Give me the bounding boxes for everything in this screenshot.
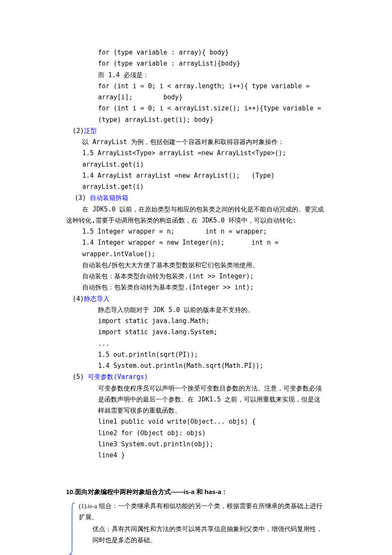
code-line: line2 for (Object obj: objs): [66, 428, 326, 439]
text-line: 自动装包/拆包大大方便了基本类型数据和它们包装类地使用。: [66, 260, 326, 271]
keyword-generics: 泛型: [84, 127, 97, 135]
text-line: 自动拆包：包装类自动转为基本类型.(Integer >> int);: [66, 282, 326, 293]
braced-section: (1).is-a 组合：一个类继承具有相似功能的另一个类，根据需要在所继承的类基…: [66, 500, 326, 546]
section-heading-static-import: (4)静态导入: [66, 293, 326, 304]
code-line: line1 public void write(Object... objs) …: [66, 416, 326, 427]
text-paragraph: 可变参数使程序员可以声明一个接受可变数目参数的方法。注意，可变参数必须是函数声明…: [66, 383, 326, 416]
text-paragraph: 优点：具有共同属性和方法的类可以将共享信息抽象到父类中，增强代码复用性，同时也是…: [79, 523, 326, 546]
heading-10: 10.面向对象编程中两种对象组合方式——is-a 和 has-a：: [66, 486, 326, 497]
text-line: 静态导入功能对于 JDK 5.0 以前的版本是不支持的。: [66, 304, 326, 315]
code-line: import static java.lang.Math;: [66, 315, 326, 327]
code-line: for (int i = 0; i < arrayList.size(); i+…: [66, 103, 326, 125]
code-line: 1.4 System.out.println(Math.sqrt(Math.PI…: [66, 360, 326, 371]
text-line: 而 1.4 必须是：: [66, 69, 326, 81]
keyword-static-import: 静态导入: [84, 295, 110, 303]
code-line: 1.4 Integer wrapper = new Integer(n); in…: [66, 237, 326, 260]
code-line: line4 }: [66, 450, 326, 461]
curly-brace-icon: [69, 502, 75, 555]
code-line: line3 System.out.println(obj);: [66, 439, 326, 450]
section-heading-autoboxing: (3) 自动装箱拆箱: [66, 192, 326, 203]
code-line: for (type variable : array){ body}: [66, 47, 326, 58]
text-paragraph: 在 JDK5.0 以前，在原始类型与相应的包装类之间的转化是不能自动完成的。要完…: [66, 204, 326, 226]
text-line: 以 ArrayList 为例，包括创建一个容器对象和取得容器内对象操作：: [66, 136, 326, 147]
code-line: for (int i = 0; i < array.length; i++){ …: [66, 81, 326, 103]
page: for (type variable : array){ body} for (…: [0, 0, 392, 555]
section-heading-varargs: (5) 可变参数(Varargs): [66, 371, 326, 382]
keyword-autoboxing: 自动装箱拆箱: [90, 194, 128, 202]
code-line: ...: [66, 338, 326, 349]
code-line: 1.5 ArrayList<Type> arrayList =new Array…: [66, 147, 326, 170]
keyword-varargs: 可变参数(Varargs): [88, 373, 148, 381]
code-line: import static java.lang.System;: [66, 327, 326, 338]
code-line: for (type variable : arrayList){body}: [66, 58, 326, 69]
text-paragraph: (1).is-a 组合：一个类继承具有相似功能的另一个类，根据需要在所继承的类基…: [79, 500, 326, 523]
code-line: 1.5 Integer wrapper = n; int n = wrapper…: [66, 226, 326, 237]
text-line: 自动装包：基本类型自动转为包装类.(int >> Integer);: [66, 271, 326, 282]
code-line: 1.4 ArrayList arrayList =new ArrayList()…: [66, 170, 326, 193]
section-heading-generics: (2)泛型: [66, 125, 326, 136]
spacer: [66, 461, 326, 486]
code-line: 1.5 out.println(sqrt(PI));: [66, 349, 326, 360]
